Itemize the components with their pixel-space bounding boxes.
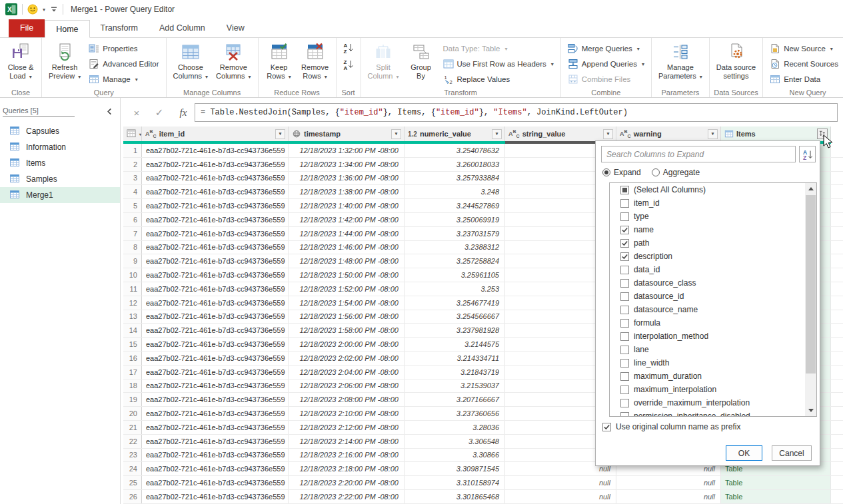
cell-numeric_value[interactable]: 3.30866 [405, 449, 505, 462]
prefix-option[interactable]: Use original column name as prefix [602, 422, 740, 431]
row-number[interactable]: 26 [123, 490, 142, 503]
row-number[interactable]: 20 [123, 407, 142, 420]
enter-data-button[interactable]: Enter Data [768, 72, 843, 87]
cell-timestamp[interactable]: 12/18/2023 2:14:00 PM -08:00 [289, 435, 405, 448]
cell-item_id[interactable]: eaa27b02-721c-461e-b7d3-cc943736e559 [142, 338, 289, 351]
formula-input[interactable]: = Table.NestedJoin(Samples, {"item_id"},… [195, 103, 838, 122]
sidebar-item-capsules[interactable]: Capsules [0, 123, 120, 139]
column-header-numeric_value[interactable]: 1.2numeric_value▾ [405, 126, 505, 141]
radio-expand[interactable]: Expand [602, 168, 641, 177]
cell-item_id[interactable]: eaa27b02-721c-461e-b7d3-cc943736e559 [142, 435, 289, 448]
cell-item_id[interactable]: eaa27b02-721c-461e-b7d3-cc943736e559 [142, 476, 289, 489]
cell-item_id[interactable]: eaa27b02-721c-461e-b7d3-cc943736e559 [142, 144, 289, 157]
cell-timestamp[interactable]: 12/18/2023 2:20:00 PM -08:00 [289, 476, 405, 489]
keep-rows-button[interactable]: KeepRows ▾ [263, 41, 295, 83]
combine-files-button[interactable]: Combine Files [566, 72, 646, 87]
row-number[interactable]: 3 [123, 172, 142, 185]
cell-warning[interactable]: null [616, 490, 721, 503]
choose-columns-button[interactable]: ChooseColumns ▾ [171, 41, 210, 83]
filter-dropdown-icon[interactable]: ▾ [708, 129, 718, 139]
scroll-up-icon[interactable] [805, 183, 816, 194]
column-header-items[interactable]: Items [721, 126, 831, 141]
cell-item_id[interactable]: eaa27b02-721c-461e-b7d3-cc943736e559 [142, 254, 289, 268]
cell-timestamp[interactable]: 12/18/2023 1:58:00 PM -08:00 [289, 324, 405, 337]
cell-item_id[interactable]: eaa27b02-721c-461e-b7d3-cc943736e559 [142, 366, 289, 379]
row-number[interactable]: 10 [123, 268, 142, 282]
cell-item_id[interactable]: eaa27b02-721c-461e-b7d3-cc943736e559 [142, 241, 289, 254]
column-option-datasource_id[interactable]: datasource_id [610, 290, 816, 303]
feedback-smiley-icon[interactable] [27, 4, 38, 15]
cell-timestamp[interactable]: 12/18/2023 1:40:00 PM -08:00 [289, 199, 405, 212]
column-header-warning[interactable]: ABCwarning▾ [616, 126, 721, 141]
cell-numeric_value[interactable]: 3.257258824 [405, 254, 505, 268]
manage-button[interactable]: Manage▾ [87, 72, 161, 87]
cell-timestamp[interactable]: 12/18/2023 2:18:00 PM -08:00 [289, 462, 405, 475]
cell-timestamp[interactable]: 12/18/2023 1:42:00 PM -08:00 [289, 213, 405, 226]
replace-values-button[interactable]: 12Replace Values [441, 72, 556, 87]
cell-string_value[interactable]: null [505, 476, 616, 489]
cancel-button[interactable]: Cancel [772, 445, 812, 461]
cell-numeric_value[interactable]: 3.310158974 [405, 476, 505, 489]
cell-timestamp[interactable]: 12/18/2023 2:06:00 PM -08:00 [289, 379, 405, 393]
cell-numeric_value[interactable]: 3.254677419 [405, 296, 505, 310]
cell-numeric_value[interactable]: 3.260018033 [405, 158, 505, 171]
row-number[interactable]: 25 [123, 476, 142, 489]
cell-timestamp[interactable]: 12/18/2023 2:22:00 PM -08:00 [289, 490, 405, 503]
cell-timestamp[interactable]: 12/18/2023 2:16:00 PM -08:00 [289, 449, 405, 462]
row-number[interactable]: 16 [123, 352, 142, 365]
cell-timestamp[interactable]: 12/18/2023 1:56:00 PM -08:00 [289, 310, 405, 324]
collapse-pane-icon[interactable] [104, 106, 115, 117]
cell-item_id[interactable]: eaa27b02-721c-461e-b7d3-cc943736e559 [142, 393, 289, 406]
cell-numeric_value[interactable]: 3.250069919 [405, 213, 505, 226]
row-number[interactable]: 2 [123, 158, 142, 171]
cell-numeric_value[interactable]: 3.21539037 [405, 379, 505, 393]
cell-item_id[interactable]: eaa27b02-721c-461e-b7d3-cc943736e559 [142, 421, 289, 434]
column-option-path[interactable]: path [610, 236, 816, 250]
cell-timestamp[interactable]: 12/18/2023 1:36:00 PM -08:00 [289, 172, 405, 185]
column-option-formula[interactable]: formula [610, 316, 816, 330]
cell-warning[interactable]: null [616, 476, 721, 489]
cell-timestamp[interactable]: 12/18/2023 2:04:00 PM -08:00 [289, 366, 405, 379]
cell-numeric_value[interactable]: 3.28036 [405, 421, 505, 434]
filter-dropdown-icon[interactable]: ▾ [275, 129, 285, 139]
cell-item_id[interactable]: eaa27b02-721c-461e-b7d3-cc943736e559 [142, 296, 289, 310]
column-option-name[interactable]: name [610, 223, 816, 236]
column-option-lane[interactable]: lane [610, 343, 816, 356]
cell-numeric_value[interactable]: 3.254566667 [405, 310, 505, 324]
scrollbar-thumb[interactable] [806, 195, 816, 374]
cell-timestamp[interactable]: 12/18/2023 1:52:00 PM -08:00 [289, 282, 405, 296]
commit-formula-icon[interactable]: ✓ [152, 106, 167, 119]
select-all-corner[interactable]: ▾ [123, 126, 142, 141]
cell-numeric_value[interactable]: 3.21843719 [405, 366, 505, 379]
manage-parameters-button[interactable]: ManageParameters ▾ [656, 41, 704, 83]
cell-timestamp[interactable]: 12/18/2023 1:44:00 PM -08:00 [289, 227, 405, 240]
column-header-timestamp[interactable]: timestamp▾ [289, 126, 405, 141]
column-option-type[interactable]: type [610, 210, 816, 223]
cell-numeric_value[interactable]: 3.244527869 [405, 199, 505, 212]
scroll-down-icon[interactable] [805, 405, 816, 416]
sidebar-item-information[interactable]: Information [0, 139, 120, 155]
cell-timestamp[interactable]: 12/18/2023 1:48:00 PM -08:00 [289, 254, 405, 268]
cell-numeric_value[interactable]: 3.237360656 [405, 407, 505, 420]
cell-numeric_value[interactable]: 3.306548 [405, 435, 505, 448]
row-number[interactable]: 22 [123, 435, 142, 448]
row-number[interactable]: 11 [123, 282, 142, 296]
column-option-maximum_interpolation[interactable]: maximum_interpolation [610, 383, 816, 396]
use-first-row-as-headers-button[interactable]: Use First Row as Headers▾ [441, 57, 556, 71]
cell-item_id[interactable]: eaa27b02-721c-461e-b7d3-cc943736e559 [142, 310, 289, 324]
cell-numeric_value[interactable]: 3.257933884 [405, 172, 505, 185]
prefix-checkbox[interactable] [602, 423, 611, 431]
cell-numeric_value[interactable]: 3.237981928 [405, 324, 505, 337]
cell-timestamp[interactable]: 12/18/2023 2:00:00 PM -08:00 [289, 338, 405, 351]
refresh-preview-button[interactable]: RefreshPreview ▾ [47, 41, 83, 83]
cell-item_id[interactable]: eaa27b02-721c-461e-b7d3-cc943736e559 [142, 158, 289, 171]
sidebar-item-merge1[interactable]: Merge1 [0, 187, 120, 203]
column-header-item_id[interactable]: ABCitem_id▾ [142, 126, 289, 141]
row-number[interactable]: 13 [123, 310, 142, 324]
column-option-interpolation_method[interactable]: interpolation_method [610, 330, 816, 343]
column-option-datasource_class[interactable]: datasource_class [610, 276, 816, 290]
cell-timestamp[interactable]: 12/18/2023 2:08:00 PM -08:00 [289, 393, 405, 406]
cell-numeric_value[interactable]: 3.2388312 [405, 241, 505, 254]
row-number[interactable]: 19 [123, 393, 142, 406]
remove-columns-button[interactable]: RemoveColumns ▾ [214, 41, 253, 83]
